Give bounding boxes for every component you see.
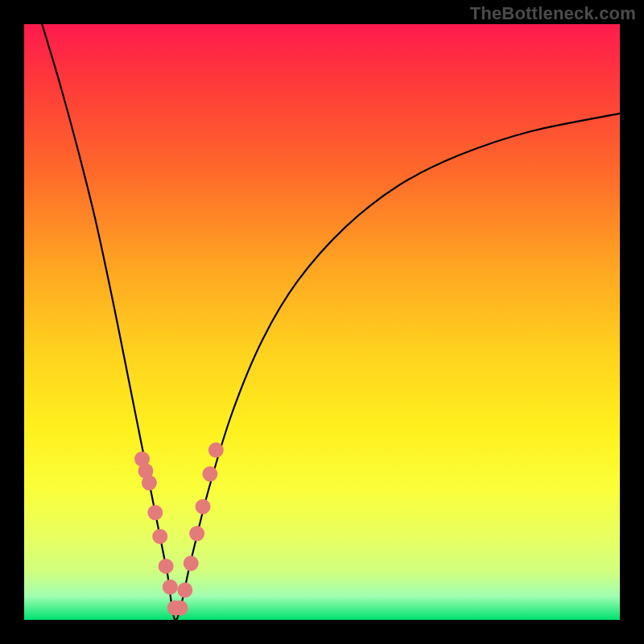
hotspot-marker [147,505,163,520]
v-curve [42,24,620,620]
hotspot-marker [159,559,174,574]
hotspot-marker [172,601,188,616]
hotspot-marker [196,499,211,514]
hotspot-marker [189,526,204,541]
chart-frame: TheBottleneck.com [0,0,644,644]
hotspot-marker [163,580,178,595]
hotspot-marker [152,529,167,544]
hotspot-marker [184,555,199,571]
watermark-label: TheBottleneck.com [470,3,636,24]
curve-layer [24,24,620,620]
hotspot-marker [142,475,157,490]
marker-group [134,443,224,616]
hotspot-marker [177,583,192,598]
hotspot-marker [202,466,217,481]
hotspot-marker [208,443,224,458]
plot-area [24,24,620,620]
